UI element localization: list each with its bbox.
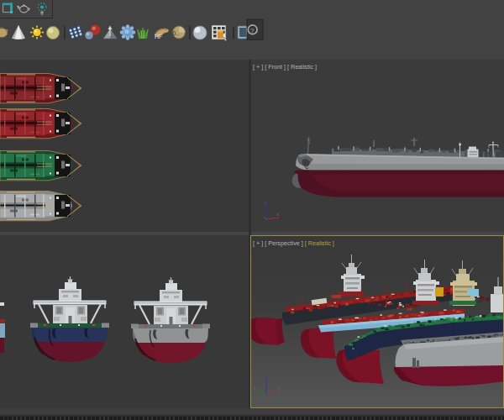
svg-text:x: x bbox=[276, 212, 279, 217]
svg-text:z: z bbox=[265, 373, 267, 378]
svg-text:[ + ] [ Front ] [ Realistic ]: [ + ] [ Front ] [ Realistic ] bbox=[253, 63, 317, 71]
svg-text:?: ? bbox=[250, 27, 255, 34]
svg-text:z: z bbox=[265, 200, 267, 205]
svg-text:y: y bbox=[254, 386, 256, 391]
svg-text:HF: HF bbox=[155, 34, 162, 39]
svg-text:[ + ] [ Perspective ] [ Realis: [ + ] [ Perspective ] [ Realistic ] bbox=[253, 239, 334, 247]
svg-text:0..: 0.. bbox=[173, 30, 179, 36]
svg-text:x: x bbox=[276, 386, 279, 391]
